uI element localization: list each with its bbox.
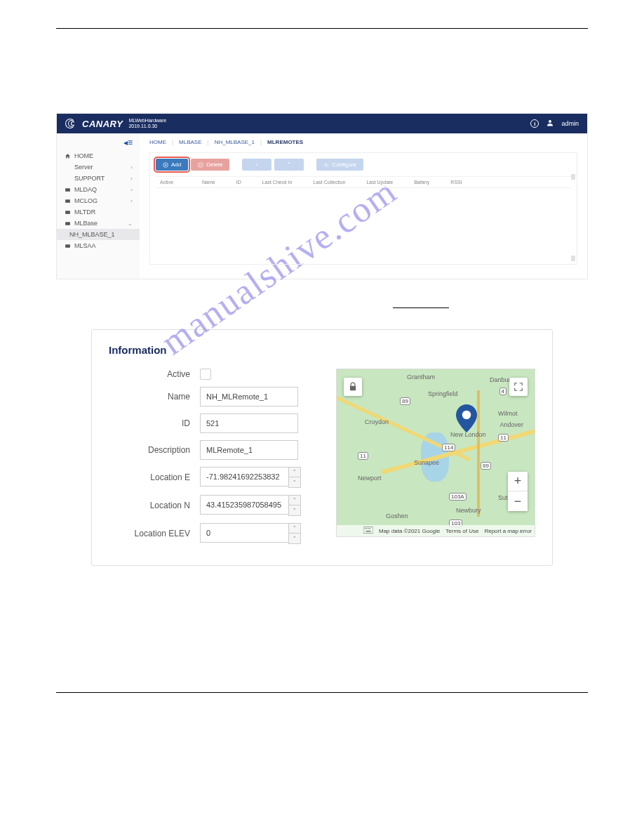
map-lock-button[interactable] — [344, 378, 362, 396]
table-header[interactable]: RSSI — [450, 180, 462, 185]
sidebar-item-home[interactable]: HOME — [57, 150, 140, 161]
prev-button[interactable]: ‹ — [242, 159, 271, 171]
spinner-down-button[interactable]: ˅ — [289, 534, 300, 543]
name-input[interactable] — [200, 387, 298, 406]
route-shield: 11 — [358, 452, 368, 460]
add-button[interactable]: Add — [156, 159, 188, 171]
up-button[interactable]: ˄ — [274, 159, 304, 171]
description-input[interactable] — [200, 440, 298, 460]
spinner-down-button[interactable]: ˅ — [289, 505, 300, 515]
user-icon[interactable] — [546, 119, 554, 128]
plus-circle-icon — [163, 162, 168, 168]
map-zoom-controls: + − — [508, 472, 528, 511]
app-meta: MLWebHardware 2019.11.0.30 — [128, 118, 166, 128]
map-label: Springfield — [428, 390, 458, 397]
description-label: Description — [109, 445, 200, 455]
location-n-label: Location N — [109, 501, 200, 510]
svg-rect-14 — [370, 528, 370, 529]
route-shield: 89 — [400, 397, 410, 405]
route-shield: 4 — [499, 388, 507, 395]
svg-rect-10 — [363, 527, 373, 533]
sidebar-item-label: MLTDR — [74, 208, 95, 216]
sidebar-item-label: MLBase — [74, 220, 98, 227]
map-road — [477, 390, 480, 517]
location-elev-label: Location ELEV — [109, 529, 200, 538]
svg-rect-15 — [365, 531, 370, 531]
breadcrumb-item[interactable]: NH_MLBASE_1 — [215, 139, 255, 145]
spinner-up-button[interactable]: ˄ — [289, 524, 300, 534]
breadcrumb-item[interactable]: HOME — [149, 139, 166, 145]
map-label: Newbury — [456, 507, 481, 514]
spinner-down-button[interactable]: ˅ — [289, 477, 300, 487]
toolbar: Add Delete ‹ ˄ Configure — [156, 159, 571, 171]
table-header[interactable]: ID — [236, 180, 241, 185]
device-icon — [64, 243, 71, 249]
sidebar-item-support[interactable]: SUPPORT› — [57, 173, 140, 184]
table-header[interactable]: Battery — [414, 180, 429, 185]
table-header[interactable]: Last Update — [366, 180, 393, 185]
table-header[interactable]: Last Collection — [314, 180, 346, 185]
active-checkbox[interactable] — [200, 369, 211, 380]
sidebar-item-nh-mlbase-1[interactable]: NH_MLBASE_1 — [57, 229, 140, 240]
spinner-up-button[interactable]: ˄ — [289, 496, 300, 505]
svg-rect-3 — [65, 211, 70, 214]
sidebar-item-label: Server — [74, 164, 93, 171]
id-input[interactable] — [200, 413, 298, 433]
sidebar-item-mclog[interactable]: MCLOG› — [57, 195, 140, 206]
sidebar-item-mlsaa[interactable]: MLSAA — [57, 240, 140, 251]
sidebar-item-mltdr[interactable]: MLTDR — [57, 206, 140, 218]
horizontal-rule-top — [56, 28, 588, 29]
map[interactable]: Grantham Danbury Springfield Croydon Wil… — [336, 369, 535, 537]
button-label: Delete — [206, 161, 222, 168]
sidebar-item-label: SUPPORT — [74, 175, 105, 182]
map-footer: Map data ©2021 Google Terms of Use Repor… — [337, 525, 535, 536]
scrollbar[interactable] — [571, 174, 575, 261]
home-icon — [64, 153, 71, 159]
zoom-out-button[interactable]: − — [508, 491, 528, 511]
map-report-link[interactable]: Report a map error — [484, 528, 532, 534]
sidebar-item-mldaq[interactable]: MLDAQ› — [57, 184, 140, 195]
sidebar-item-server[interactable]: Server› — [57, 161, 140, 173]
device-icon — [64, 220, 71, 227]
table-header-row: Active Name ID Last Check In Last Collec… — [156, 176, 571, 188]
breadcrumb-item[interactable]: MLBASE — [179, 139, 201, 145]
chevron-right-icon: › — [130, 176, 133, 182]
collapse-sidebar-icon[interactable]: ◂≡ — [57, 138, 140, 150]
svg-rect-11 — [365, 528, 365, 529]
user-label[interactable]: admin — [561, 120, 579, 127]
location-elev-input[interactable] — [200, 523, 288, 543]
map-terms-link[interactable]: Terms of Use — [445, 528, 478, 534]
spinner-up-button[interactable]: ˄ — [289, 468, 300, 477]
map-label: Goshen — [386, 512, 408, 519]
gear-icon — [323, 162, 329, 168]
logo-text: CANARY — [82, 119, 123, 129]
info-icon[interactable]: i — [530, 119, 539, 128]
svg-rect-2 — [65, 199, 70, 203]
keyboard-icon[interactable] — [363, 527, 373, 535]
svg-point-9 — [462, 411, 471, 420]
location-e-input[interactable] — [200, 467, 288, 486]
breadcrumb: HOME| MLBASE| NH_MLBASE_1| MLREMOTES — [149, 139, 577, 145]
sidebar-item-label: MLSAA — [74, 242, 96, 249]
table-header[interactable]: Active — [160, 180, 181, 185]
form-column: Active Name ID Description Location E — [109, 369, 319, 551]
table-header[interactable]: Last Check In — [262, 180, 293, 185]
horizontal-rule-bottom — [56, 692, 588, 693]
zoom-in-button[interactable]: + — [508, 472, 528, 491]
map-label: Sunapee — [414, 459, 439, 466]
button-label: Add — [171, 161, 181, 168]
breadcrumb-item-active: MLREMOTES — [267, 139, 303, 145]
sidebar-item-mlbase[interactable]: MLBase⌄ — [57, 218, 140, 229]
svg-rect-1 — [65, 188, 70, 192]
delete-button[interactable]: Delete — [191, 159, 229, 171]
configure-button[interactable]: Configure — [316, 159, 363, 171]
map-label: Newport — [358, 475, 382, 482]
chevron-right-icon: › — [130, 187, 133, 193]
table-header[interactable]: Name — [202, 180, 215, 185]
map-fullscreen-button[interactable] — [509, 378, 528, 396]
information-panel: Information Active Name ID Description — [91, 329, 553, 566]
svg-point-8 — [326, 164, 327, 166]
active-label: Active — [109, 369, 200, 379]
app-screenshot: CANARY MLWebHardware 2019.11.0.30 i admi… — [56, 113, 588, 279]
location-n-input[interactable] — [200, 495, 288, 515]
